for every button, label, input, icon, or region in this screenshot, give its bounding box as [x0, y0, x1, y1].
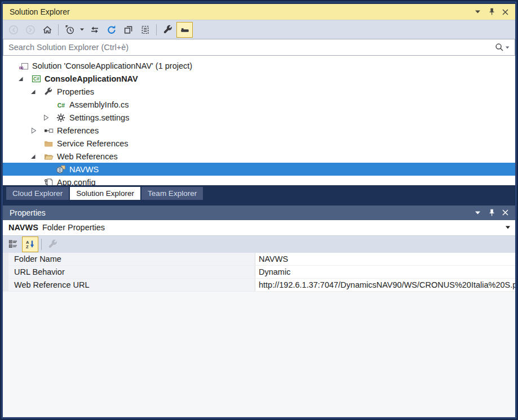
- config-file-icon: [43, 178, 54, 185]
- tree-item[interactable]: Settings.settings: [3, 111, 515, 124]
- solution-explorer-title: Solution Explorer: [10, 7, 471, 16]
- tree-item[interactable]: ∞Solution 'ConsoleApplicationNAV' (1 pro…: [3, 59, 515, 72]
- svg-text:C#: C#: [57, 101, 65, 108]
- tree-item-label: Web References: [57, 152, 118, 161]
- expander-collapsed-icon[interactable]: [41, 113, 56, 122]
- property-name: URL Behavior: [8, 266, 255, 278]
- properties-titlebar[interactable]: Properties: [3, 205, 515, 220]
- tab-cloud-explorer[interactable]: Cloud Explorer: [6, 187, 69, 200]
- pin-icon: [488, 8, 495, 16]
- search-input[interactable]: Search Solution Explorer (Ctrl+è): [8, 43, 495, 52]
- selected-object-name: NAVWS: [8, 223, 38, 232]
- csharp-file-icon: C#: [56, 100, 66, 109]
- row-gutter: [3, 266, 8, 278]
- sync-with-active-document-button[interactable]: [86, 22, 103, 38]
- property-value[interactable]: NAVWS: [255, 253, 515, 265]
- properties-toolbar: AZ: [3, 236, 515, 253]
- pending-changes-clock-icon: [65, 25, 75, 35]
- tree-item-label: ConsoleApplicationNAV: [45, 74, 138, 83]
- expander-collapsed-icon[interactable]: [29, 126, 43, 135]
- tab-team-explorer[interactable]: Team Explorer: [141, 187, 203, 200]
- properties-pin-button[interactable]: [485, 207, 498, 218]
- solution-icon: ∞: [19, 61, 29, 70]
- sync-arrows-icon: [90, 25, 100, 35]
- collapse-all-icon: [123, 25, 134, 35]
- panel-divider[interactable]: [3, 200, 515, 205]
- pending-changes-filter-dropdown[interactable]: [78, 23, 86, 37]
- forward-arrow-icon: [25, 25, 36, 35]
- close-icon: [502, 209, 508, 216]
- home-button[interactable]: [39, 22, 55, 38]
- property-row[interactable]: URL Behavior Dynamic: [3, 266, 515, 279]
- expander-placeholder: [41, 100, 56, 109]
- alphabetical-sort-button[interactable]: AZ: [22, 236, 38, 252]
- property-row[interactable]: Web Reference URL http://192.6.1.37:7047…: [3, 279, 515, 292]
- tree-item[interactable]: NAVWS: [3, 163, 515, 176]
- properties-button[interactable]: [160, 22, 176, 38]
- expander-placeholder: [29, 139, 43, 148]
- forward-button[interactable]: [22, 22, 38, 38]
- chevron-down-icon: [475, 10, 481, 14]
- pin-button[interactable]: [485, 6, 498, 17]
- folder-open-icon: [43, 152, 54, 161]
- expander-expanded-icon[interactable]: [29, 87, 43, 96]
- wrench-disabled-icon: [48, 239, 58, 249]
- expander-expanded-icon[interactable]: [16, 74, 31, 83]
- tab-solution-explorer[interactable]: Solution Explorer: [70, 187, 140, 200]
- pending-changes-filter-button[interactable]: [61, 22, 78, 38]
- tree-item[interactable]: Properties: [3, 85, 515, 98]
- dropdown-caret-icon: [506, 46, 510, 49]
- wrench-icon: [43, 87, 54, 96]
- tree-item[interactable]: References: [3, 124, 515, 137]
- property-value[interactable]: http://192.6.1.37:7047/DynamicsNAV90/WS/…: [255, 279, 515, 291]
- window-position-button[interactable]: [471, 6, 485, 17]
- csharp-project-icon: C#: [31, 74, 41, 83]
- dropdown-caret-icon: [80, 28, 85, 31]
- tree-item[interactable]: Web References: [3, 150, 515, 163]
- show-all-files-button[interactable]: [137, 22, 153, 38]
- back-button[interactable]: [5, 22, 21, 38]
- properties-close-button[interactable]: [498, 207, 512, 218]
- expander-expanded-icon[interactable]: [29, 152, 43, 161]
- properties-object-combobox[interactable]: NAVWS Folder Properties: [3, 220, 515, 236]
- properties-title: Properties: [10, 208, 471, 217]
- references-icon: [43, 126, 54, 135]
- collapse-all-button[interactable]: [120, 22, 136, 38]
- close-button[interactable]: [498, 6, 512, 17]
- combobox-caret-icon[interactable]: [506, 226, 511, 229]
- row-gutter: [3, 279, 8, 291]
- refresh-button[interactable]: [103, 22, 119, 38]
- tree-item-label: Settings.settings: [69, 113, 129, 122]
- pin-icon: [488, 209, 495, 217]
- expander-placeholder: [41, 165, 56, 174]
- property-pages-button[interactable]: [45, 236, 61, 252]
- search-options-dropdown[interactable]: [504, 40, 511, 55]
- tree-item[interactable]: C#ConsoleApplicationNAV: [3, 72, 515, 85]
- search-icon[interactable]: [495, 43, 504, 52]
- tree-item[interactable]: Service References: [3, 137, 515, 150]
- row-gutter: [3, 253, 8, 265]
- expander-placeholder: [29, 178, 43, 185]
- tree-item[interactable]: App.config: [3, 176, 515, 185]
- close-icon: [502, 9, 508, 15]
- property-row[interactable]: Folder Name NAVWS: [3, 253, 515, 266]
- folder-closed-icon: [43, 139, 54, 148]
- search-box[interactable]: Search Solution Explorer (Ctrl+è): [3, 39, 515, 56]
- solution-explorer-titlebar[interactable]: Solution Explorer: [3, 4, 515, 20]
- chevron-down-icon: [475, 211, 481, 215]
- categorized-button[interactable]: [5, 236, 21, 252]
- property-value[interactable]: Dynamic: [255, 266, 515, 278]
- properties-window-position-button[interactable]: [471, 207, 485, 218]
- tree-item[interactable]: C#AssemblyInfo.cs: [3, 98, 515, 111]
- refresh-icon: [107, 25, 117, 35]
- tree-item-label: References: [57, 126, 99, 135]
- property-name: Folder Name: [8, 253, 255, 265]
- solution-explorer-toolbar: [3, 20, 515, 39]
- toolbar-separator: [156, 24, 157, 35]
- tree-item-label: NAVWS: [69, 165, 99, 174]
- tool-window-tab-strip: Cloud Explorer Solution Explorer Team Ex…: [3, 185, 515, 200]
- svg-text:∞: ∞: [19, 64, 24, 70]
- toolbar-separator: [41, 239, 42, 250]
- tree-item-label: Properties: [57, 87, 94, 96]
- preview-selected-items-button[interactable]: [176, 22, 193, 38]
